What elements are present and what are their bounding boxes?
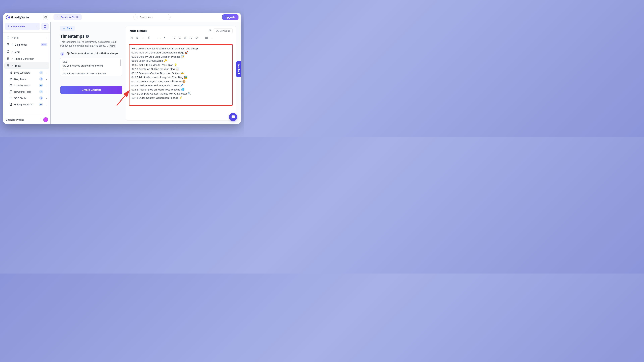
heading-button[interactable]: H (129, 36, 134, 40)
back-button[interactable]: Back (60, 26, 75, 31)
panel-icon (44, 16, 47, 19)
script-textarea[interactable]: 0:00 are you ready to create mind-blowin… (60, 58, 122, 76)
bullet-list-button[interactable] (172, 36, 176, 40)
chevron-down-icon: ⌄ (46, 103, 47, 106)
search-wrapper (133, 14, 170, 20)
chat-icon (231, 115, 235, 119)
switch-ui-button[interactable]: Switch to Old UI (54, 14, 82, 20)
sub-item-blog-tools[interactable]: Blog Tools 8 ⌄ (8, 76, 49, 82)
svg-rect-0 (44, 16, 46, 18)
topbar: Switch to Old UI Upgrade (51, 13, 241, 22)
user-row[interactable]: Chandra Prabha ⌃ (3, 115, 51, 124)
info-icon[interactable]: ? (86, 35, 89, 38)
sub-item-writing-assistant[interactable]: Writing Assistant 24 ⌄ (8, 101, 49, 108)
sub-label: Youtube Tools (14, 84, 30, 87)
result-line: 10:41 Quick Content Generation Feature ⚡ (132, 96, 230, 100)
news-icon (10, 78, 12, 80)
svg-rect-6 (7, 66, 8, 67)
result-line: 06:53 Design Featured Image with Canva 🖊… (132, 83, 230, 87)
step-label: 🎥 Enter your video script with timestamp… (66, 52, 119, 56)
chevron-down-icon: ⌄ (46, 90, 47, 93)
table-button[interactable] (204, 36, 209, 40)
step-header: 1 🎥 Enter your video script with timesta… (60, 52, 122, 56)
nav-item-image-gen[interactable]: AI Image Generator (4, 55, 49, 62)
chevron-right-icon: › (36, 25, 37, 28)
nav-item-chat[interactable]: AI Chat (4, 48, 49, 55)
search-icon (135, 16, 138, 18)
main-area: Switch to Old UI Upgrade Back Timestamps… (51, 13, 241, 124)
tool-input-column: Back Timestamps ? This tool helps you to… (60, 26, 122, 121)
nav-label: AI Blog Writer (12, 43, 27, 46)
sub-item-youtube-tools[interactable]: Youtube Tools 17 ⌄ (8, 82, 49, 88)
nav-item-ai-tools[interactable]: AI Tools ⌃ (4, 62, 49, 69)
count-badge: 17 (39, 84, 43, 87)
nav-item-blog-writer[interactable]: AI Blog Writer New (4, 41, 49, 48)
sub-item-blog-workflow[interactable]: Blog Workflow 4 ⌄ (8, 69, 49, 76)
create-new-button[interactable]: + Create New › (5, 23, 40, 30)
card-icon (10, 97, 12, 99)
result-line: 07:58 Publish Blog on WordPress Website … (132, 88, 230, 92)
result-line: 01:05 Login to GravityWrite 🔑 (132, 59, 230, 63)
bold-button[interactable]: B (135, 36, 140, 40)
brand-logo-icon (6, 15, 10, 19)
sidebar-collapse-button[interactable] (43, 15, 48, 20)
chat-bubble-button[interactable] (229, 113, 237, 121)
sidebar: GravityWrite + Create New › Home ⌄ (3, 13, 51, 124)
result-line: 04:25 Add AI-Generated Images to Your Bl… (132, 75, 230, 79)
sub-label: Blog Tools (14, 78, 26, 80)
history-button[interactable] (41, 23, 49, 30)
textarea-scrollbar[interactable] (120, 59, 122, 66)
content-area: Back Timestamps ? This tool helps you to… (51, 22, 241, 124)
sub-item-seo-tools[interactable]: SEO Tools 8 ⌄ (8, 95, 49, 101)
arrow-left-icon (63, 27, 66, 29)
hr-button[interactable]: — (156, 36, 161, 40)
text-toolbar: H B I S — ❝ ⋯ (126, 35, 236, 42)
result-body: Here are the key points with timestamps,… (126, 42, 236, 120)
checklist-button[interactable] (183, 36, 188, 40)
step-number: 1 (60, 52, 64, 56)
history-icon (44, 25, 46, 28)
svg-point-3 (8, 58, 8, 59)
nav-item-home[interactable]: Home ⌄ (4, 34, 49, 41)
svg-rect-5 (8, 64, 9, 65)
play-icon (10, 84, 12, 87)
search-input[interactable] (133, 14, 170, 20)
svg-rect-4 (7, 64, 8, 65)
result-line: 00:33 Step-by-Step Blog Creation Process… (132, 55, 230, 59)
copy-button[interactable] (209, 29, 212, 32)
upgrade-button[interactable]: Upgrade (222, 14, 238, 20)
indent-button[interactable] (194, 36, 199, 40)
chevron-down-icon: ⌄ (46, 97, 47, 99)
more-link[interactable]: more (108, 44, 116, 48)
result-line: 03:17 Generate Content Based on Outline … (132, 71, 230, 75)
svg-point-13 (173, 37, 173, 37)
number-list-button[interactable] (177, 36, 182, 40)
sub-item-rewriting-tools[interactable]: Rewriting Tools 4 ⌄ (8, 88, 49, 95)
result-highlight: Here are the key points with timestamps,… (129, 44, 232, 106)
avatar (43, 117, 48, 122)
chevron-down-icon: ⌄ (46, 78, 47, 80)
feedback-tab[interactable]: Feedback (236, 61, 241, 77)
create-content-button[interactable]: Create Content (60, 86, 122, 94)
download-button[interactable]: Download (214, 28, 232, 33)
app-window: GravityWrite + Create New › Home ⌄ (3, 13, 241, 124)
chat-icon (6, 50, 10, 53)
home-icon (6, 36, 10, 39)
script-line: blogs in just a matter of seconds yes we (63, 72, 120, 76)
nav-label: Home (12, 36, 18, 39)
badge-new: New (41, 43, 47, 46)
italic-button[interactable]: I (140, 36, 146, 40)
sub-label: Rewriting Tools (14, 90, 31, 93)
outdent-button[interactable] (188, 36, 194, 40)
sparkle-icon (56, 16, 59, 18)
sidebar-scrollbar[interactable] (50, 22, 51, 124)
sidebar-top-actions: + Create New › (3, 21, 51, 32)
plus-icon: + (8, 25, 10, 28)
more-button[interactable]: ⋯ (210, 36, 215, 40)
quote-button[interactable]: ❝ (162, 36, 167, 40)
result-panel: Your Result Download H B I S — (126, 26, 236, 121)
nav-list: Home ⌄ AI Blog Writer New AI Chat AI Ima… (3, 32, 51, 115)
chevron-up-icon: ⌃ (40, 118, 42, 121)
strike-button[interactable]: S (146, 36, 151, 40)
result-line: 05:21 Create Images Using Blue Willows A… (132, 79, 230, 83)
